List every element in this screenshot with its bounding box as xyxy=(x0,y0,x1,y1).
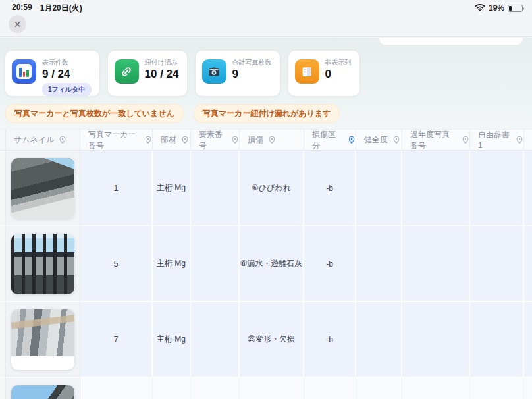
battery-icon xyxy=(508,5,523,12)
table-row[interactable]: 1 主桁 Mg ⑥ひびわれ -b xyxy=(0,151,532,226)
soundness-cell[interactable] xyxy=(356,226,402,302)
sheet-edge-decoration xyxy=(379,38,523,45)
free-dictionary1-cell[interactable] xyxy=(470,302,524,378)
close-button[interactable]: ✕ xyxy=(9,15,26,33)
soundness-cell[interactable] xyxy=(356,302,402,378)
element-number-cell[interactable] xyxy=(191,302,240,378)
table-row[interactable] xyxy=(0,378,532,399)
close-icon: ✕ xyxy=(14,19,22,30)
filter-pin-icon[interactable] xyxy=(516,136,523,144)
marker-number-cell[interactable] xyxy=(80,378,153,399)
thumbnail-cell xyxy=(6,302,80,378)
filter-count-badge[interactable]: 1フィルタ中 xyxy=(42,83,92,96)
damage-class-cell[interactable]: -b xyxy=(304,302,356,378)
filter-pin-icon[interactable] xyxy=(59,136,66,144)
previous-photo-number-cell[interactable] xyxy=(402,151,470,226)
soundness-cell[interactable] xyxy=(356,378,402,399)
photo-marker-table: サムネイル 写真マーカー番号 部材 要素番号 損傷 損傷区分 健全度 過年度写 xyxy=(0,129,532,399)
stat-label: 非表示列 xyxy=(325,58,352,67)
filter-pin-icon[interactable] xyxy=(231,136,239,144)
warning-pills: 写真マーカーと写真枚数が一致していません 写真マーカー紐付け漏れがあります xyxy=(5,104,340,123)
filter-pin-icon-active[interactable] xyxy=(348,136,356,144)
toolbar: ✕ xyxy=(0,14,532,37)
column-header-thumbnail[interactable]: サムネイル xyxy=(6,129,80,151)
marker-number-cell[interactable]: 5 xyxy=(80,226,153,302)
stat-label: 合計写真枚数 xyxy=(232,58,272,67)
warning-photo-count-mismatch: 写真マーカーと写真枚数が一致していません xyxy=(5,104,184,123)
member-cell[interactable]: 主桁 Mg xyxy=(153,226,191,302)
filter-pin-icon[interactable] xyxy=(392,136,400,144)
marker-number-cell[interactable]: 1 xyxy=(80,151,153,226)
member-cell[interactable]: 主桁 Mg xyxy=(153,302,191,378)
filter-pin-icon[interactable] xyxy=(462,136,469,144)
table-header: サムネイル 写真マーカー番号 部材 要素番号 損傷 損傷区分 健全度 過年度写 xyxy=(0,129,532,151)
column-header-overflow xyxy=(524,129,532,151)
table-row[interactable]: 5 主桁 Mg ⑧漏水・遊離石灰 -b xyxy=(0,226,532,302)
filter-pin-icon[interactable] xyxy=(268,136,276,144)
element-number-cell[interactable] xyxy=(191,151,240,226)
hidden-columns-icon xyxy=(295,59,319,84)
thumbnail-cell xyxy=(6,151,80,226)
stat-value: 10 / 24 xyxy=(145,68,179,81)
header-gutter xyxy=(0,129,6,151)
clock: 20:59 xyxy=(12,3,32,14)
free-dictionary1-cell[interactable] xyxy=(470,378,524,399)
stat-value: 9 xyxy=(232,68,272,81)
thumbnail-cell xyxy=(6,226,80,302)
wifi-icon xyxy=(475,3,485,13)
stat-cards: 表示件数 9 / 24 1フィルタ中 紐付け済み 10 / 24 xyxy=(5,51,359,96)
free-dictionary1-cell[interactable] xyxy=(470,226,524,302)
marker-number-cell[interactable]: 7 xyxy=(80,302,153,378)
filter-pin-icon[interactable] xyxy=(144,136,152,144)
stat-card-linked-count: 紐付け済み 10 / 24 xyxy=(108,51,187,96)
column-header-damage[interactable]: 損傷 xyxy=(240,129,304,151)
column-header-element-number[interactable]: 要素番号 xyxy=(191,129,240,151)
stat-card-hidden-columns: 非表示列 0 xyxy=(288,51,359,96)
thumbnail-cell xyxy=(6,378,80,399)
stat-card-visible-count: 表示件数 9 / 24 1フィルタ中 xyxy=(5,51,99,96)
damage-cell[interactable] xyxy=(240,378,304,399)
table-row[interactable]: 7 主桁 Mg ㉓変形・欠損 -b xyxy=(0,302,532,378)
stat-value: 9 / 24 xyxy=(42,68,92,81)
free-dictionary1-cell[interactable] xyxy=(470,151,524,226)
member-cell[interactable]: 主桁 Mg xyxy=(153,151,191,226)
stat-label: 紐付け済み xyxy=(145,58,179,67)
column-header-damage-class[interactable]: 損傷区分 xyxy=(304,129,356,151)
stats-panel: 表示件数 9 / 24 1フィルタ中 紐付け済み 10 / 24 xyxy=(0,38,532,129)
warning-unlinked-markers: 写真マーカー紐付け漏れがあります xyxy=(194,104,340,123)
damage-class-cell[interactable] xyxy=(304,378,356,399)
column-header-free-dictionary1[interactable]: 自由辞書1 xyxy=(470,129,524,151)
soundness-cell[interactable] xyxy=(356,151,402,226)
damage-class-cell[interactable]: -b xyxy=(304,151,356,226)
thumbnail-photo-bridge-sky[interactable] xyxy=(11,385,74,399)
damage-cell[interactable]: ⑧漏水・遊離石灰 xyxy=(240,226,304,302)
thumbnail-photo-bridge-girder[interactable] xyxy=(11,158,74,219)
previous-photo-number-cell[interactable] xyxy=(402,226,470,302)
column-header-soundness[interactable]: 健全度 xyxy=(356,129,402,151)
previous-photo-number-cell[interactable] xyxy=(402,302,470,378)
battery-percent: 19% xyxy=(489,3,504,13)
member-cell[interactable] xyxy=(153,378,191,399)
damage-cell[interactable]: ㉓変形・欠損 xyxy=(240,302,304,378)
bar-chart-icon xyxy=(12,59,36,84)
camera-icon xyxy=(202,59,226,84)
element-number-cell[interactable] xyxy=(191,378,240,399)
column-header-previous-photo-number[interactable]: 過年度写真番号 xyxy=(402,129,470,151)
damage-class-cell[interactable]: -b xyxy=(304,226,356,302)
stat-card-total-photos: 合計写真枚数 9 xyxy=(196,51,280,96)
damage-cell[interactable]: ⑥ひびわれ xyxy=(240,151,304,226)
previous-photo-number-cell[interactable] xyxy=(402,378,470,399)
column-header-marker-number[interactable]: 写真マーカー番号 xyxy=(80,129,153,151)
stat-label: 表示件数 xyxy=(42,58,92,67)
thumbnail-photo-bridge-railing[interactable] xyxy=(11,234,74,294)
date: 1月20日(火) xyxy=(40,3,82,14)
status-bar: 20:59 1月20日(火) 19% xyxy=(0,0,532,14)
column-header-member[interactable]: 部材 xyxy=(153,129,191,151)
element-number-cell[interactable] xyxy=(191,226,240,302)
link-icon xyxy=(115,59,139,84)
thumbnail-photo-bridge-pipes[interactable] xyxy=(11,309,74,370)
stat-value: 0 xyxy=(325,68,352,81)
filter-pin-icon[interactable] xyxy=(181,136,189,144)
